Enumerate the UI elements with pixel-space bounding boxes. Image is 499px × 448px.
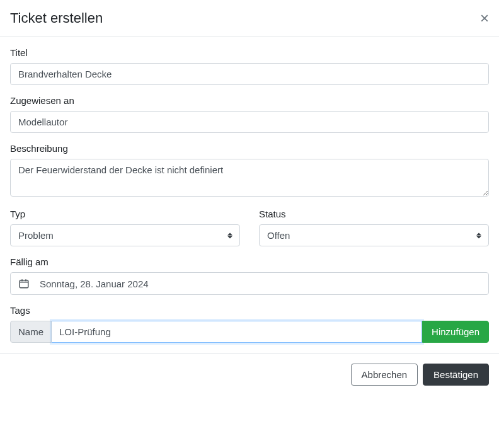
tags-name-label: Name: [10, 321, 52, 343]
add-tag-button[interactable]: Hinzufügen: [422, 321, 489, 343]
type-label: Typ: [10, 209, 240, 219]
description-label: Beschreibung: [10, 143, 489, 154]
due-date-input[interactable]: Sonntag, 28. Januar 2024: [10, 272, 489, 295]
title-input[interactable]: [10, 63, 489, 85]
assigned-input[interactable]: [10, 111, 489, 133]
modal-body: Titel Zugewiesen an Beschreibung Der Feu…: [0, 37, 499, 353]
confirm-button[interactable]: Bestätigen: [423, 364, 489, 386]
status-select-wrapper: Offen: [259, 224, 489, 246]
type-select[interactable]: Problem: [10, 224, 240, 246]
tags-label: Tags: [10, 305, 489, 316]
svg-rect-0: [20, 280, 28, 288]
title-group: Titel: [10, 47, 489, 85]
title-label: Titel: [10, 47, 489, 58]
assigned-label: Zugewiesen an: [10, 95, 489, 106]
description-textarea[interactable]: Der Feuerwiderstand der Decke ist nicht …: [10, 159, 489, 197]
due-label: Fällig am: [10, 256, 489, 267]
cancel-button[interactable]: Abbrechen: [351, 364, 418, 386]
type-select-wrapper: Problem: [10, 224, 240, 246]
status-label: Status: [259, 209, 489, 219]
close-button[interactable]: ×: [480, 11, 489, 26]
status-select[interactable]: Offen: [259, 224, 489, 246]
tags-row: Name Hinzufügen: [10, 321, 489, 343]
due-group: Fällig am Sonntag, 28. Januar 2024: [10, 256, 489, 295]
modal-footer: Abbrechen Bestätigen: [0, 353, 499, 396]
description-group: Beschreibung Der Feuerwiderstand der Dec…: [10, 143, 489, 198]
tags-input[interactable]: [52, 321, 422, 343]
type-status-row: Typ Problem Status Offen: [10, 209, 489, 256]
assigned-group: Zugewiesen an: [10, 95, 489, 133]
due-date-text: Sonntag, 28. Januar 2024: [40, 279, 149, 289]
calendar-icon: [18, 278, 30, 289]
modal-header: Ticket erstellen ×: [0, 0, 499, 37]
status-group: Status Offen: [259, 209, 489, 246]
modal-title: Ticket erstellen: [10, 10, 103, 26]
close-icon: ×: [480, 9, 489, 26]
type-group: Typ Problem: [10, 209, 240, 246]
tags-group: Tags Name Hinzufügen: [10, 305, 489, 343]
